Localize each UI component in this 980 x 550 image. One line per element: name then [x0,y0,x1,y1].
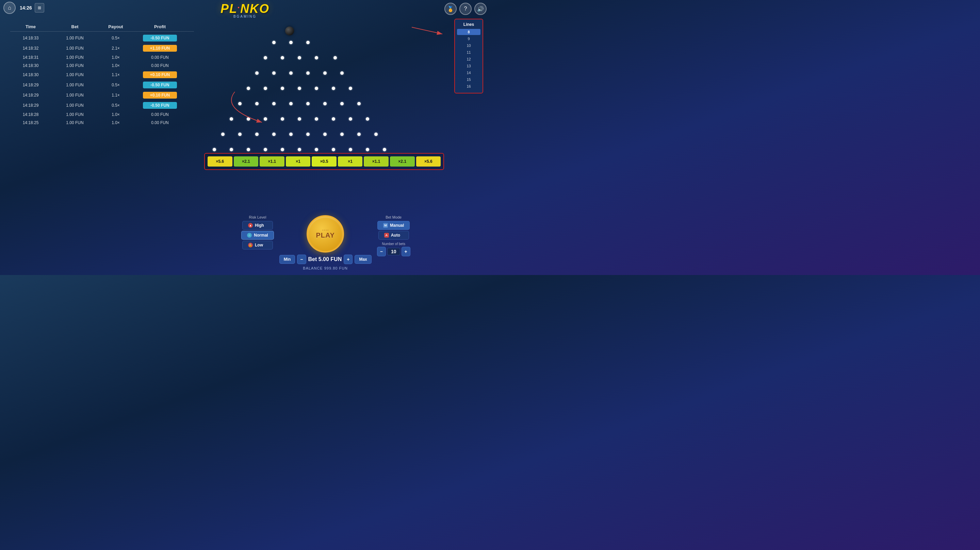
peg [334,56,337,60]
plinko-ball [285,27,294,35]
min-bet-button[interactable]: Min [279,255,295,264]
bet-mode-panel: Bet Mode M Manual A Auto Number of bets … [377,215,410,256]
multiplier-row: ×5.6 ×2.1 ×1.1 ×1 ×0.5 ×1 ×1.1 ×2.1 ×5.6 [204,153,444,170]
risk-icon-low: 🔒 [248,243,253,247]
num-bets-label: Number of bets [377,242,410,246]
max-bet-button[interactable]: Max [355,255,371,264]
arrow-top [408,24,449,41]
num-bets-row: − 10 + [377,247,410,256]
line-option-9[interactable]: 9 [457,36,480,42]
col-profit: Profit [133,24,187,29]
decrease-bet-button[interactable]: − [297,255,306,264]
peg [272,41,275,44]
table-row: 14:18:25 1.00 FUN 1.0× 0.00 FUN [10,119,194,127]
line-option-13[interactable]: 13 [457,63,480,69]
table-row: 14:18:29 1.00 FUN 1.1× +0.10 FUN [10,90,194,100]
logo-area: PL●NKO BGAMING [221,2,269,18]
history-table: Time Bet Payout Profit 14:18:33 1.00 FUN… [10,22,194,127]
peg [366,117,369,120]
peg [306,133,310,136]
peg [306,41,310,44]
table-row: 14:18:30 1.00 FUN 1.1× +0.10 FUN [10,70,194,80]
line-option-12[interactable]: 12 [457,56,480,62]
peg [323,133,327,136]
peg [281,56,284,60]
peg [298,148,301,151]
peg [340,102,344,105]
peg [264,148,267,151]
peg [323,102,327,105]
peg [315,87,318,90]
num-bets-area: Number of bets − 10 + [377,242,410,256]
peg [366,148,369,151]
table-row: 14:18:31 1.00 FUN 1.0× 0.00 FUN [10,53,194,62]
peg [315,148,318,151]
table-row: 14:18:30 1.00 FUN 1.0× 0.00 FUN [10,62,194,70]
help-button[interactable]: ? [460,3,472,15]
bet-row: Min − Bet 5.00 FUN + Max [279,255,372,264]
play-btn-decoration: • • • • [322,228,328,231]
peg [264,87,267,90]
multiplier-slot: ×1.1 [364,156,388,166]
multiplier-slot: ×1.1 [259,156,285,166]
lines-title: Lines [457,22,480,27]
risk-option-low[interactable]: 🔒 Low [242,241,273,249]
table-row: 14:18:29 1.00 FUN 0.5× -0.50 FUN [10,80,194,90]
peg [357,102,361,105]
peg [349,117,352,120]
bet-mode-auto[interactable]: A Auto [379,231,409,239]
peg [213,148,216,151]
lines-panel: Lines 8 9 10 11 12 13 14 15 16 [454,19,483,94]
peg [340,71,344,75]
peg [323,71,327,75]
peg [306,71,310,75]
play-btn-label: PLAY [316,231,335,239]
home-button[interactable]: ⌂ [3,2,16,14]
peg [357,133,361,136]
risk-option-normal[interactable]: ○ Normal [241,231,274,239]
peg [298,56,301,60]
peg [230,117,233,120]
col-payout: Payout [99,24,133,29]
line-option-15[interactable]: 15 [457,76,480,82]
peg [255,71,259,75]
auto-mode-icon: A [384,233,389,238]
plinko-board: ×5.6 ×2.1 ×1.1 ×1 ×0.5 ×1 ×1.1 ×2.1 ×5.6 [197,17,451,190]
multiplier-slot: ×1 [338,156,363,166]
peg [255,133,259,136]
increase-bets-button[interactable]: + [401,247,410,256]
play-button[interactable]: • • • • PLAY [307,215,344,252]
decrease-bets-button[interactable]: − [377,247,386,256]
risk-level-label: Risk Level [249,215,266,219]
peg [306,102,310,105]
line-option-8[interactable]: 8 [457,29,480,35]
table-row: 14:18:32 1.00 FUN 2.1× +1.10 FUN [10,43,194,53]
sound-button[interactable]: 🔊 [474,3,487,15]
risk-option-high[interactable]: ▲ High [242,221,273,230]
table-row: 14:18:29 1.00 FUN 0.5× -0.50 FUN [10,100,194,111]
line-option-11[interactable]: 11 [457,49,480,55]
peg [238,133,242,136]
col-time: Time [10,24,51,29]
game-title: PL●NKO [221,2,269,16]
peg [264,117,267,120]
trophy-button[interactable]: 🏅 [444,3,457,15]
risk-level-panel: Risk Level ▲ High ○ Normal 🔒 Low [241,215,274,249]
peg [281,148,284,151]
peg [255,102,259,105]
table-row: 14:18:33 1.00 FUN 0.5× -0.50 FUN [10,33,194,43]
manual-mode-icon: M [383,223,388,228]
peg [298,87,301,90]
bet-mode-manual[interactable]: M Manual [377,221,410,230]
resize-button[interactable]: ⊞ [35,3,44,13]
top-right-buttons: 🏅 ? 🔊 [444,3,487,15]
balance-display: BALANCE 999.80 FUN [303,266,348,270]
peg [349,148,352,151]
peg [289,71,293,75]
play-area: • • • • PLAY Min − Bet 5.00 FUN + Max BA… [279,215,372,270]
line-option-16[interactable]: 16 [457,83,480,89]
line-option-10[interactable]: 10 [457,43,480,49]
increase-bet-button[interactable]: + [344,255,353,264]
line-option-14[interactable]: 14 [457,70,480,76]
peg [281,117,284,120]
